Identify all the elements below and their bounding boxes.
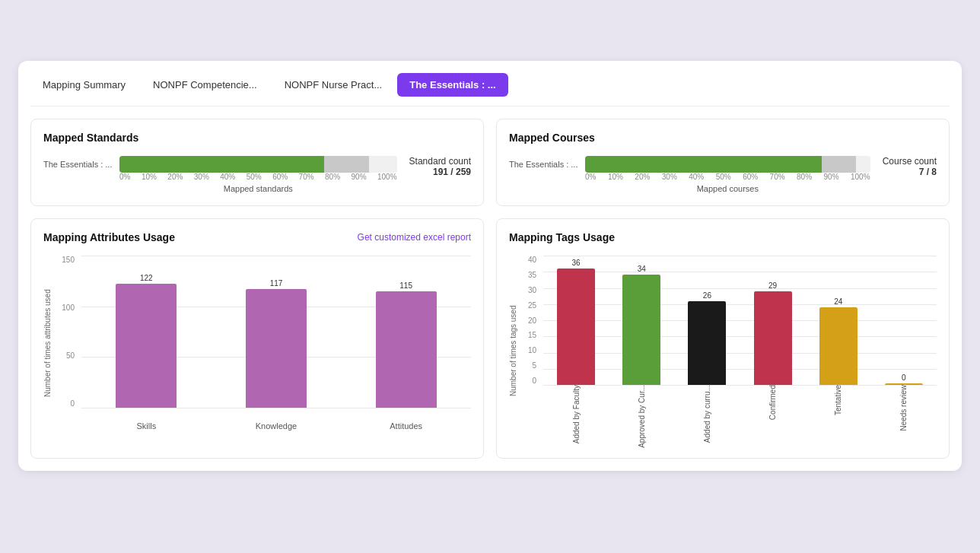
mapping-attributes-title: Mapping Attributes Usage: [43, 231, 175, 243]
mapped-courses-count-info: Course count 7 / 8: [883, 156, 937, 177]
mapped-standards-title: Mapped Standards: [43, 132, 471, 144]
mapped-courses-count-label: Course count: [883, 156, 937, 167]
mapped-standards-count-info: Standard count 191 / 259: [409, 156, 471, 177]
mapped-standards-stacked-bar: [119, 156, 396, 173]
mapping-attributes-plot: 122 117 115: [81, 256, 471, 431]
tag-bar-needs-review-value: 0: [902, 373, 906, 382]
attr-bar-knowledge: 117: [246, 279, 307, 408]
tag-bar-added-by-curru: 26: [688, 291, 726, 385]
tags-y-label-20: 20: [528, 316, 536, 325]
tag-bar-tentative-value: 24: [834, 297, 842, 306]
tag-bar-approved-by-cur-rect: [622, 275, 660, 385]
mapped-courses-row-label: The Essentials : ...: [509, 160, 578, 169]
tag-bar-tentative-rect: [819, 307, 858, 385]
cards-grid: Mapped Standards The Essentials : ...: [30, 119, 950, 459]
tag-bar-added-by-faculty: 36: [557, 259, 595, 385]
tags-x-labels: Added by Faculty Approved by Cur... Adde…: [543, 385, 937, 446]
grid-line-4: [81, 408, 471, 408]
attr-bar-knowledge-rect: [246, 289, 307, 408]
mapped-standards-track: [119, 156, 396, 173]
mapped-standards-count-value: 191 / 259: [409, 167, 471, 177]
mapped-standards-bar-row: The Essentials : ...: [43, 156, 397, 173]
tags-x-label-added-curru: Added by curru...: [688, 385, 726, 443]
tag-bar-added-by-faculty-value: 36: [572, 259, 581, 267]
attr-bar-skills: 122: [116, 274, 177, 408]
y-label-100: 100: [62, 304, 75, 312]
mapped-courses-bar-section: The Essentials : ... 0%10%20%30%40%50%60…: [509, 156, 870, 193]
mapped-courses-stacked-bar: [585, 156, 870, 173]
mapping-tags-y-title: Number of times tags used: [509, 256, 517, 446]
mapping-tags-chart-inner: 40 35 30 25 20 15 10 5 0: [520, 256, 937, 446]
tags-y-label-0: 0: [532, 377, 536, 385]
mapping-attributes-chart: Number of times attributes used 150 100 …: [43, 256, 471, 431]
tags-y-label-15: 15: [528, 331, 536, 339]
tabs-bar: Mapping Summary NONPF Competencie... NON…: [30, 73, 950, 106]
tags-x-label-added-faculty: Added by Faculty: [557, 385, 595, 443]
excel-report-link[interactable]: Get customized excel report: [358, 232, 471, 243]
mapping-attributes-chart-inner: 150 100 50 0: [55, 256, 471, 431]
tag-bar-confirmed-value: 29: [768, 281, 777, 290]
mapping-attributes-y-title: Number of times attributes used: [43, 256, 52, 431]
tab-mapping-summary[interactable]: Mapping Summary: [30, 73, 138, 97]
tags-y-label-40: 40: [528, 256, 536, 264]
mapped-courses-content: The Essentials : ... 0%10%20%30%40%50%60…: [509, 156, 937, 193]
mapping-tags-y-labels: 40 35 30 25 20 15 10 5 0: [520, 256, 539, 385]
attr-bars-container: 122 117 115: [81, 256, 471, 408]
attr-bar-attitudes-rect: [376, 291, 437, 408]
attr-x-label-skills: Skills: [116, 421, 177, 431]
attr-bar-skills-value: 122: [140, 274, 153, 282]
tag-bar-added-by-curru-rect: [688, 301, 726, 385]
y-label-0: 0: [70, 399, 75, 408]
mapping-tags-title: Mapping Tags Usage: [509, 231, 937, 243]
tags-y-label-30: 30: [528, 286, 536, 294]
tags-y-label-35: 35: [528, 271, 536, 279]
tags-y-label-5: 5: [532, 361, 536, 370]
main-container: Mapping Summary NONPF Competencie... NON…: [18, 61, 962, 471]
tag-bar-approved-by-cur-value: 34: [638, 265, 646, 273]
attr-bar-knowledge-value: 117: [270, 279, 283, 288]
mapped-standards-axis-labels: 0%10%20%30%40%50%60%70%80%90%100%: [43, 173, 397, 181]
tag-bar-added-by-faculty-rect: [557, 269, 595, 385]
mapped-courses-axis-title: Mapped courses: [509, 184, 870, 193]
mapping-tags-chart: Number of times tags used 40 35 30 25 20…: [509, 256, 937, 446]
mapping-tags-plot: 36 34 26: [543, 256, 937, 446]
mapped-courses-track: [585, 156, 870, 173]
tab-nonpf-competencies[interactable]: NONPF Competencie...: [141, 73, 269, 97]
mapping-tags-card: Mapping Tags Usage Number of times tags …: [496, 218, 950, 459]
tag-bar-confirmed-rect: [754, 291, 792, 385]
tags-x-label-confirmed: Confirmed: [754, 385, 792, 420]
mapped-courses-count-value: 7 / 8: [883, 167, 937, 177]
mapping-attributes-y-labels: 150 100 50 0: [55, 256, 78, 408]
tags-bars-container: 36 34 26: [543, 256, 937, 385]
tab-nonpf-nurse-pract[interactable]: NONPF Nurse Pract...: [272, 73, 395, 97]
y-label-150: 150: [62, 256, 75, 264]
mapped-standards-content: The Essentials : ... 0%10%20%30%40%50%60…: [43, 156, 471, 193]
tags-y-label-25: 25: [528, 301, 536, 310]
mapped-standards-gray-fill: [324, 156, 369, 173]
y-label-50: 50: [66, 351, 75, 360]
attr-bar-attitudes-value: 115: [399, 281, 412, 290]
tags-x-label-tentative: Tentative: [819, 385, 858, 415]
mapped-standards-card: Mapped Standards The Essentials : ...: [30, 119, 484, 206]
attr-x-label-attitudes: Attitudes: [376, 421, 437, 431]
attr-x-labels: Skills Knowledge Attitudes: [81, 421, 471, 431]
tags-x-label-needs-review: Needs review: [885, 385, 923, 431]
mapping-attributes-card: Mapping Attributes Usage Get customized …: [30, 218, 484, 459]
tab-the-essentials[interactable]: The Essentials : ...: [397, 73, 508, 97]
attr-bar-attitudes: 115: [376, 281, 437, 408]
tag-bar-approved-by-cur: 34: [622, 265, 660, 385]
tag-bar-added-by-curru-value: 26: [703, 291, 711, 300]
tags-x-label-approved: Approved by Cur...: [622, 385, 660, 448]
mapped-standards-axis-title: Mapped standards: [43, 184, 397, 193]
tag-bar-confirmed: 29: [754, 281, 792, 385]
mapped-courses-gray-fill: [822, 156, 856, 173]
tag-bar-needs-review: 0: [885, 373, 923, 385]
tag-bar-tentative: 24: [819, 297, 858, 385]
attr-x-label-knowledge: Knowledge: [246, 421, 307, 431]
mapped-standards-bar-section: The Essentials : ... 0%10%20%30%40%50%60…: [43, 156, 397, 193]
mapped-standards-count-label: Standard count: [409, 156, 471, 167]
mapped-courses-green-fill: [585, 156, 822, 173]
attr-bar-skills-rect: [116, 284, 177, 408]
mapped-courses-axis-labels: 0%10%20%30%40%50%60%70%80%90%100%: [509, 173, 870, 181]
tags-y-label-10: 10: [528, 346, 536, 354]
